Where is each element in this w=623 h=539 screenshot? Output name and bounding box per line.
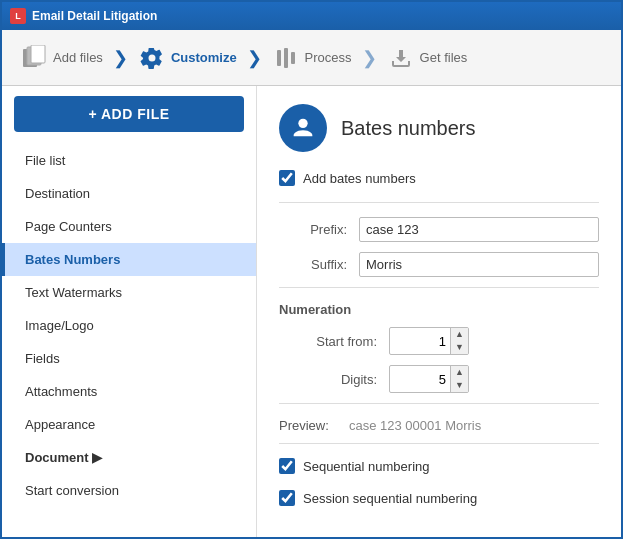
main-layout: + ADD FILE File list Destination Page Co…: [2, 86, 621, 539]
digits-decrement[interactable]: ▼: [451, 379, 468, 392]
digits-row: Digits: ▲ ▼: [279, 365, 599, 393]
sidebar-item-fields[interactable]: Fields: [2, 342, 256, 375]
get-files-icon: [387, 44, 415, 72]
start-from-spinner: ▲ ▼: [389, 327, 469, 355]
session-sequential-row: Session sequential numbering: [279, 490, 599, 506]
prefix-label: Prefix:: [279, 222, 359, 237]
digits-label: Digits:: [279, 372, 389, 387]
wizard-customize-label: Customize: [171, 50, 237, 65]
customize-icon: [138, 44, 166, 72]
add-bates-checkbox[interactable]: [279, 170, 295, 186]
preview-label: Preview:: [279, 418, 349, 433]
start-from-label: Start from:: [279, 334, 389, 349]
add-bates-label: Add bates numbers: [303, 171, 416, 186]
wizard-get-files-label: Get files: [420, 50, 468, 65]
sidebar-item-bates-numbers[interactable]: Bates Numbers: [2, 243, 256, 276]
content-header: Bates numbers: [279, 104, 599, 152]
digits-input[interactable]: [390, 368, 450, 391]
wizard-bar: Add files ❯ Customize ❯ Process ❯ G: [2, 30, 621, 86]
sidebar-item-page-counters[interactable]: Page Counters: [2, 210, 256, 243]
bates-icon: [279, 104, 327, 152]
sidebar-item-start-conversion[interactable]: Start conversion: [2, 474, 256, 507]
add-bates-row: Add bates numbers: [279, 170, 599, 186]
sidebar-item-text-watermarks[interactable]: Text Watermarks: [2, 276, 256, 309]
app-title: Email Detail Litigation: [32, 9, 157, 23]
prefix-input[interactable]: [359, 217, 599, 242]
prefix-row: Prefix:: [279, 217, 599, 242]
session-sequential-label: Session sequential numbering: [303, 491, 477, 506]
start-from-spinner-buttons: ▲ ▼: [450, 328, 468, 354]
content-title: Bates numbers: [341, 117, 476, 140]
digits-spinner: ▲ ▼: [389, 365, 469, 393]
start-from-increment[interactable]: ▲: [451, 328, 468, 341]
sequential-numbering-label: Sequential numbering: [303, 459, 429, 474]
title-bar: L Email Detail Litigation: [2, 2, 621, 30]
add-files-icon: [20, 44, 48, 72]
preview-row: Preview: case 123 00001 Morris: [279, 418, 599, 433]
start-from-decrement[interactable]: ▼: [451, 341, 468, 354]
sidebar: + ADD FILE File list Destination Page Co…: [2, 86, 257, 539]
svg-rect-3: [277, 50, 281, 66]
wizard-step-customize[interactable]: Customize: [130, 30, 245, 85]
wizard-step-process[interactable]: Process: [264, 30, 360, 85]
digits-spinner-buttons: ▲ ▼: [450, 366, 468, 392]
suffix-row: Suffix:: [279, 252, 599, 277]
session-sequential-checkbox[interactable]: [279, 490, 295, 506]
wizard-step-add-files[interactable]: Add files: [12, 30, 111, 85]
wizard-arrow-3: ❯: [362, 47, 377, 69]
sequential-numbering-row: Sequential numbering: [279, 458, 599, 474]
sidebar-item-destination[interactable]: Destination: [2, 177, 256, 210]
sidebar-item-file-list[interactable]: File list: [2, 144, 256, 177]
svg-rect-5: [291, 52, 295, 64]
wizard-add-files-label: Add files: [53, 50, 103, 65]
wizard-arrow-2: ❯: [247, 47, 262, 69]
preview-value: case 123 00001 Morris: [349, 418, 481, 433]
start-from-row: Start from: ▲ ▼: [279, 327, 599, 355]
wizard-step-get-files[interactable]: Get files: [379, 30, 476, 85]
divider-2: [279, 287, 599, 288]
svg-point-6: [298, 119, 307, 128]
sidebar-item-image-logo[interactable]: Image/Logo: [2, 309, 256, 342]
content-area: Bates numbers Add bates numbers Prefix: …: [257, 86, 621, 539]
divider-4: [279, 443, 599, 444]
wizard-process-label: Process: [305, 50, 352, 65]
divider-3: [279, 403, 599, 404]
process-icon: [272, 44, 300, 72]
suffix-label: Suffix:: [279, 257, 359, 272]
sidebar-item-appearance[interactable]: Appearance: [2, 408, 256, 441]
wizard-arrow-1: ❯: [113, 47, 128, 69]
add-file-button[interactable]: + ADD FILE: [14, 96, 244, 132]
svg-rect-2: [31, 45, 45, 63]
app-icon: L: [10, 8, 26, 24]
svg-rect-4: [284, 48, 288, 68]
sequential-numbering-checkbox[interactable]: [279, 458, 295, 474]
digits-increment[interactable]: ▲: [451, 366, 468, 379]
divider-1: [279, 202, 599, 203]
start-from-input[interactable]: [390, 330, 450, 353]
numeration-section-title: Numeration: [279, 302, 599, 317]
sidebar-item-attachments[interactable]: Attachments: [2, 375, 256, 408]
suffix-input[interactable]: [359, 252, 599, 277]
sidebar-item-document[interactable]: Document ▶: [2, 441, 256, 474]
